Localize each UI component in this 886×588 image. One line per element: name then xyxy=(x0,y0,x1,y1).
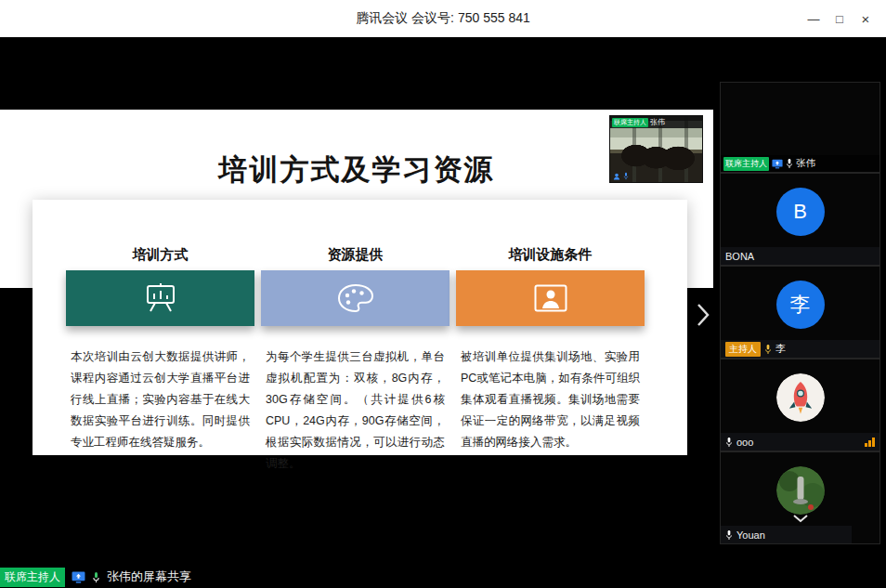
participant-name: Youan xyxy=(736,529,765,541)
participant-info-bar: 联席主持人 张伟 xyxy=(721,155,879,172)
presenter-camera-pip[interactable]: 联席主持人 张伟 xyxy=(609,115,703,183)
participant-name: 李 xyxy=(775,342,786,356)
maximize-icon: □ xyxy=(836,12,843,26)
mic-icon xyxy=(725,437,733,448)
pip-status-icons xyxy=(613,172,629,180)
participant-tile[interactable]: B BONA xyxy=(720,173,880,266)
training-method-text: 本次培训由云创大数据提供讲师，课程内容通过云创大学直播平台进行线上直播；实验内容… xyxy=(66,346,254,475)
mic-icon xyxy=(623,172,629,180)
participants-panel: 联席主持人 张伟 B BONA 李 主持人 xyxy=(720,82,880,546)
letter-avatar: 李 xyxy=(776,281,825,329)
cohost-badge: 联席主持人 xyxy=(723,157,769,171)
participant-name: 张伟 xyxy=(796,157,815,170)
participant-name: ooo xyxy=(736,437,753,448)
screen-share-icon xyxy=(772,159,783,169)
cohost-badge: 联席主持人 xyxy=(0,568,65,587)
column-bars-row xyxy=(66,265,645,326)
titlebar: 腾讯会议 会议号: 750 555 841 — □ × xyxy=(0,0,886,37)
collapse-panel-button[interactable] xyxy=(792,510,809,527)
facility-text: 被培训单位提供集训场地、实验用PC或笔记本电脑，如有条件可组织集体观看直播视频。… xyxy=(456,346,645,475)
person-icon xyxy=(613,173,620,180)
close-icon: × xyxy=(862,11,870,27)
participant-info-bar: 主持人 李 xyxy=(721,340,879,358)
palette-icon xyxy=(337,283,374,313)
resource-bar xyxy=(261,270,450,326)
window-title: 腾讯会议 会议号: 750 555 841 xyxy=(0,0,886,37)
meeting-window: 腾讯会议 会议号: 750 555 841 — □ × 培训方式及学习资源 联席… xyxy=(0,0,886,588)
host-badge: 主持人 xyxy=(725,342,761,357)
maximize-button[interactable]: □ xyxy=(827,0,853,37)
mic-icon xyxy=(786,158,793,169)
participant-tile[interactable]: 李 主持人 李 xyxy=(720,266,880,359)
training-method-bar xyxy=(66,270,254,326)
mic-icon xyxy=(725,529,733,541)
cohost-badge: 联席主持人 xyxy=(612,118,648,127)
participant-info-bar: Youan xyxy=(721,526,852,543)
rocket-avatar xyxy=(776,373,825,422)
participant-name: BONA xyxy=(725,251,754,262)
participant-info-bar: BONA xyxy=(721,247,879,265)
chevron-down-icon xyxy=(792,514,809,523)
signal-strength-icon xyxy=(865,438,875,447)
column-header-1: 培训方式 xyxy=(66,244,254,265)
participant-tile[interactable]: Youan xyxy=(720,451,880,544)
column-header-2: 资源提供 xyxy=(261,244,450,265)
close-button[interactable]: × xyxy=(853,0,879,37)
letter-avatar: B xyxy=(776,188,825,236)
mic-icon xyxy=(764,344,772,355)
column-bodies-row: 本次培训由云创大数据提供讲师，课程内容通过云创大学直播平台进行线上直播；实验内容… xyxy=(66,346,645,475)
statue-avatar xyxy=(776,466,825,515)
pip-participant-name: 张伟 xyxy=(650,117,665,127)
share-status-bar: 联席主持人 张伟的屏幕共享 xyxy=(0,566,191,588)
facility-bar xyxy=(456,270,645,326)
share-status-text: 张伟的屏幕共享 xyxy=(107,568,191,585)
window-controls: — □ × xyxy=(801,0,879,37)
resource-text: 为每个学生提供三台虚拟机，单台虚拟机配置为：双核，8G内存，30G存储空间。（共… xyxy=(261,346,450,475)
chevron-right-icon xyxy=(697,303,710,327)
mic-icon xyxy=(92,571,100,583)
column-headers-row: 培训方式 资源提供 培训设施条件 xyxy=(66,244,645,265)
minimize-icon: — xyxy=(808,12,820,26)
slide-content-card: 培训方式 资源提供 培训设施条件 xyxy=(33,200,687,455)
minimize-button[interactable]: — xyxy=(801,0,827,37)
next-slide-button[interactable] xyxy=(693,299,713,331)
participant-info-bar: ooo xyxy=(721,433,879,451)
participant-tile[interactable]: ooo xyxy=(720,359,880,451)
slide-title: 培训方式及学习资源 xyxy=(0,150,713,189)
presentation-board-icon xyxy=(143,282,178,314)
column-header-3: 培训设施条件 xyxy=(456,244,645,265)
screen-share-icon xyxy=(72,571,85,583)
participant-video-tile[interactable]: 联席主持人 张伟 xyxy=(720,82,880,173)
pip-info-bar: 联席主持人 张伟 xyxy=(610,116,702,128)
portrait-photo-icon xyxy=(534,284,567,312)
